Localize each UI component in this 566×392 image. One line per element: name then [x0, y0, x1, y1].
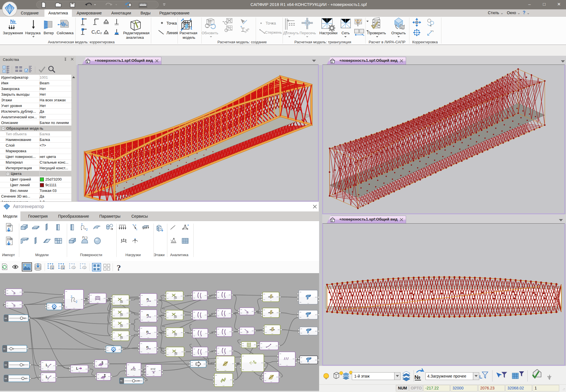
- svg-text:52: 52: [23, 317, 26, 320]
- svg-text:f(): f(): [82, 236, 88, 239]
- svg-text:Сеть: Сеть: [341, 31, 350, 35]
- svg-text:L: L: [76, 367, 78, 370]
- svg-text:L: L: [46, 375, 48, 379]
- svg-text:Flt: Flt: [120, 380, 122, 382]
- svg-text:Точка: Точка: [266, 21, 276, 25]
- svg-text:n: n: [146, 329, 149, 334]
- svg-text:Расчетная: Расчетная: [180, 31, 197, 35]
- svg-text:Int: Int: [5, 317, 7, 319]
- svg-text:n: n: [146, 345, 149, 349]
- svg-text:Дотянуть: Дотянуть: [283, 31, 299, 35]
- svg-text:2: 2: [71, 295, 72, 298]
- svg-text:2: 2: [76, 300, 78, 303]
- svg-text:Стержень: Стержень: [265, 30, 282, 35]
- svg-text:Линия: Линия: [166, 31, 178, 35]
- svg-text:47: 47: [25, 377, 27, 380]
- svg-text:Настройки: Настройки: [319, 31, 338, 35]
- svg-text:Проверить: Проверить: [368, 31, 386, 35]
- svg-text:5: 5: [23, 364, 24, 366]
- svg-text:n: n: [147, 297, 149, 301]
- svg-text:2: 2: [13, 348, 14, 350]
- svg-text:Int: Int: [5, 378, 7, 380]
- svg-text:Обновить: Обновить: [202, 31, 218, 35]
- svg-text:XYZ: XYZ: [151, 368, 156, 370]
- svg-text:1.00: 1.00: [135, 380, 140, 382]
- svg-text:Открыть: Открыть: [391, 31, 406, 35]
- svg-text:4.Загружение прочее: 4.Загружение прочее: [427, 374, 466, 378]
- svg-text:Точка: Точка: [166, 21, 177, 25]
- svg-text:n: n: [147, 313, 149, 317]
- svg-text:2: 2: [81, 223, 83, 226]
- svg-text:C₁C₂: C₁C₂: [91, 29, 102, 35]
- svg-text:L: L: [46, 363, 48, 367]
- svg-text:1: 1: [136, 228, 137, 231]
- svg-text:№: №: [415, 374, 420, 380]
- svg-text:2: 2: [86, 228, 88, 231]
- svg-text:Int: Int: [5, 364, 7, 366]
- svg-text:?: ?: [117, 263, 121, 272]
- svg-text:Пересечь: Пересечь: [300, 31, 316, 35]
- svg-text:аналитика: аналитика: [126, 35, 144, 40]
- svg-text:1-й этаж: 1-й этаж: [354, 374, 370, 378]
- svg-text:obj: obj: [7, 224, 11, 227]
- svg-text:2: 2: [135, 224, 136, 227]
- svg-text:Редактируемая: Редактируемая: [123, 31, 149, 35]
- svg-text:DXF: DXF: [7, 238, 13, 241]
- svg-text:Int: Int: [3, 348, 5, 350]
- svg-text:модель: модель: [183, 35, 195, 40]
